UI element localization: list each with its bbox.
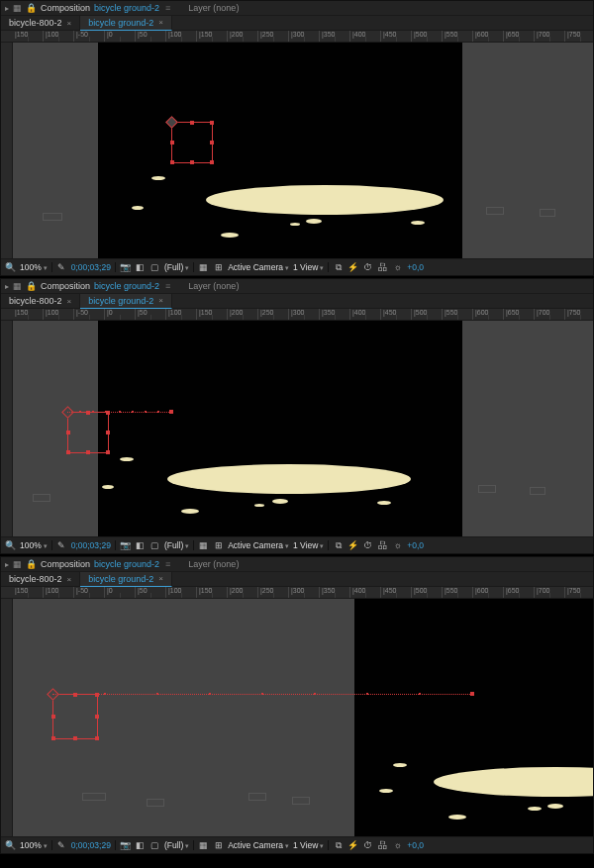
transform-handle[interactable] <box>190 160 194 164</box>
guides-icon[interactable]: ⊞ <box>213 540 224 551</box>
tab-item-active[interactable]: bicycle ground-2× <box>80 16 172 31</box>
flowchart-icon[interactable]: 品 <box>377 840 388 851</box>
views-dropdown[interactable]: 1 View <box>293 262 324 272</box>
fast-preview-icon[interactable]: ⚡ <box>347 840 358 851</box>
transform-handle[interactable] <box>95 736 99 740</box>
ruler-vertical[interactable] <box>1 599 13 836</box>
tab-close-icon[interactable]: × <box>67 19 72 28</box>
zoom-dropdown[interactable]: 100% <box>20 540 48 550</box>
zoom-dropdown[interactable]: 100% <box>20 840 48 850</box>
composition-viewport[interactable] <box>13 321 593 536</box>
snapshot-icon[interactable]: 📷 <box>120 840 131 851</box>
ruler-vertical[interactable] <box>1 321 13 536</box>
pixel-aspect-icon[interactable]: ⧉ <box>333 840 344 851</box>
lock-icon[interactable]: 🔒 <box>26 3 37 13</box>
tab-item[interactable]: bicycle-800-2× <box>1 572 80 586</box>
transform-handle[interactable] <box>51 715 55 719</box>
exposure-icon[interactable]: ☼ <box>392 840 403 851</box>
flowchart-icon[interactable]: 品 <box>377 540 388 551</box>
timeline-icon[interactable]: ⏱ <box>362 840 373 851</box>
pixel-aspect-icon[interactable]: ⧉ <box>333 262 344 273</box>
magnify-icon[interactable]: 🔍 <box>5 540 16 551</box>
panel-menu-icon[interactable]: ≡ <box>165 281 170 291</box>
edit-icon[interactable]: ✎ <box>56 262 67 273</box>
tab-close-icon[interactable]: × <box>67 575 72 584</box>
tab-close-icon[interactable]: × <box>158 574 163 583</box>
motion-path-keyframe[interactable] <box>470 692 474 696</box>
flowchart-icon[interactable]: 品 <box>377 262 388 273</box>
transform-handle[interactable] <box>95 715 99 719</box>
panel-menu-icon[interactable]: ≡ <box>165 3 170 13</box>
channel-icon[interactable]: ◧ <box>135 540 146 551</box>
lock-icon[interactable]: 🔒 <box>26 281 37 291</box>
transform-handle[interactable] <box>106 450 110 454</box>
timecode-display[interactable]: 0;00;03;29 <box>71 262 111 272</box>
camera-dropdown[interactable]: Active Camera <box>228 262 289 272</box>
grid-icon[interactable]: ▦ <box>198 262 209 273</box>
channel-icon[interactable]: ◧ <box>135 262 146 273</box>
motion-path-keyframe[interactable] <box>169 410 173 414</box>
tab-item-active[interactable]: bicycle ground-2× <box>80 294 172 309</box>
edit-icon[interactable]: ✎ <box>56 540 67 551</box>
exposure-icon[interactable]: ☼ <box>392 540 403 551</box>
magnify-icon[interactable]: 🔍 <box>5 840 16 851</box>
coords-display[interactable]: +0,0 <box>407 262 424 272</box>
timecode-display[interactable]: 0;00;03;29 <box>71 840 111 850</box>
transform-handle[interactable] <box>190 121 194 125</box>
channel-icon[interactable]: ◧ <box>135 840 146 851</box>
null-object-bounds[interactable] <box>171 122 213 163</box>
panel-collapse-arrow[interactable]: ▸ <box>5 4 9 13</box>
grid-icon[interactable]: ▦ <box>198 540 209 551</box>
title-comp-name[interactable]: bicycle ground-2 <box>94 3 159 13</box>
tab-close-icon[interactable]: × <box>158 296 163 305</box>
resolution-dropdown[interactable]: (Full) <box>164 540 189 550</box>
transform-handle[interactable] <box>170 141 174 145</box>
tab-item[interactable]: bicycle-800-2× <box>1 294 80 308</box>
transform-handle[interactable] <box>210 160 214 164</box>
panel-menu-icon[interactable]: ≡ <box>165 559 170 569</box>
panel-collapse-arrow[interactable]: ▸ <box>5 560 9 569</box>
ruler-horizontal[interactable]: |150|100|-50|0|50|100|150|200|250|300|35… <box>1 31 593 43</box>
transform-handle[interactable] <box>170 160 174 164</box>
transform-handle[interactable] <box>66 431 70 434</box>
tab-close-icon[interactable]: × <box>67 297 72 306</box>
ruler-vertical[interactable] <box>1 43 13 258</box>
panel-collapse-arrow[interactable]: ▸ <box>5 282 9 291</box>
transform-handle[interactable] <box>106 431 110 434</box>
timecode-display[interactable]: 0;00;03;29 <box>71 540 111 550</box>
roi-icon[interactable]: ▢ <box>149 840 160 851</box>
fast-preview-icon[interactable]: ⚡ <box>347 262 358 273</box>
grid-icon[interactable]: ▦ <box>198 840 209 851</box>
roi-icon[interactable]: ▢ <box>149 540 160 551</box>
fast-preview-icon[interactable]: ⚡ <box>347 540 358 551</box>
composition-viewport[interactable] <box>13 43 593 258</box>
null-object-bounds[interactable] <box>67 412 109 453</box>
tab-close-icon[interactable]: × <box>158 18 163 27</box>
tab-item[interactable]: bicycle-800-2× <box>1 16 80 30</box>
zoom-dropdown[interactable]: 100% <box>20 262 48 272</box>
views-dropdown[interactable]: 1 View <box>293 540 324 550</box>
snapshot-icon[interactable]: 📷 <box>120 262 131 273</box>
ruler-horizontal[interactable]: |150|100|-50|0|50|100|150|200|250|300|35… <box>1 587 593 599</box>
transform-handle[interactable] <box>210 121 214 125</box>
camera-dropdown[interactable]: Active Camera <box>228 540 289 550</box>
composition-viewport[interactable] <box>13 599 593 836</box>
timeline-icon[interactable]: ⏱ <box>362 540 373 551</box>
tab-item-active[interactable]: bicycle ground-2× <box>80 572 172 587</box>
null-object-bounds[interactable] <box>52 694 98 739</box>
snapshot-icon[interactable]: 📷 <box>120 540 131 551</box>
transform-handle[interactable] <box>86 450 90 454</box>
guides-icon[interactable]: ⊞ <box>213 840 224 851</box>
transform-handle[interactable] <box>210 141 214 145</box>
timeline-icon[interactable]: ⏱ <box>362 262 373 273</box>
magnify-icon[interactable]: 🔍 <box>5 262 16 273</box>
lock-icon[interactable]: 🔒 <box>26 559 37 569</box>
roi-icon[interactable]: ▢ <box>149 262 160 273</box>
title-comp-name[interactable]: bicycle ground-2 <box>94 281 159 291</box>
coords-display[interactable]: +0,0 <box>407 540 424 550</box>
exposure-icon[interactable]: ☼ <box>392 262 403 273</box>
transform-handle[interactable] <box>73 736 77 740</box>
title-comp-name[interactable]: bicycle ground-2 <box>94 559 159 569</box>
coords-display[interactable]: +0,0 <box>407 840 424 850</box>
camera-dropdown[interactable]: Active Camera <box>228 840 289 850</box>
